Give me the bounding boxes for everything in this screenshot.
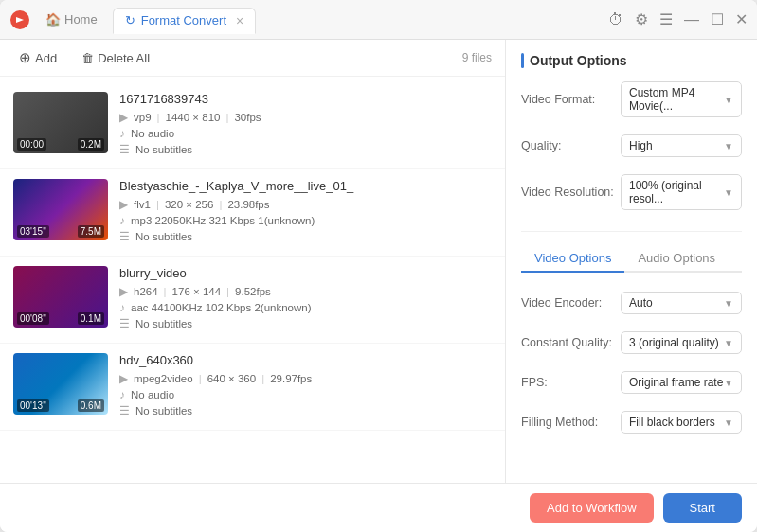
close-button[interactable]: ✕ [735, 10, 748, 28]
file-item[interactable]: 03'15" 7.5M Blestyaschie_-_Kaplya_V_more… [0, 169, 505, 257]
file-codec-meta: ▶ vp9 | 1440 × 810 | 30fps [119, 111, 492, 124]
thumb-size: 0.2M [78, 138, 104, 151]
start-button[interactable]: Start [663, 493, 742, 523]
settings-icon[interactable]: ⚙ [635, 10, 648, 28]
tab-video-options[interactable]: Video Options [521, 245, 624, 273]
main-content: ⊕ Add 🗑 Delete All 9 files 00:00 0.2M 16… [0, 40, 757, 483]
titlebar-left: 🏠 Home ↻ Format Convert × [9, 7, 608, 33]
thumb-time: 03'15" [17, 225, 49, 238]
minimize-button[interactable]: — [684, 11, 699, 28]
fps-value: 30fps [234, 112, 261, 123]
file-codec-meta: ▶ mpeg2video | 640 × 360 | 29.97fps [119, 372, 492, 385]
filling-method-select[interactable]: Fill black borders ▼ [621, 411, 742, 434]
fps-value: 23.98fps [227, 199, 269, 210]
add-button[interactable]: ⊕ Add [13, 47, 63, 68]
file-item[interactable]: 00'13" 0.6M hdv_640x360 ▶ mpeg2video | 6… [0, 344, 505, 431]
resolution-row: Video Resolution: 100% (original resol..… [521, 174, 742, 210]
file-item[interactable]: 00:00 0.2M 1671716839743 ▶ vp9 | 1440 × … [0, 82, 505, 169]
video-codec-icon: ▶ [119, 372, 128, 385]
quality-select[interactable]: High ▼ [621, 134, 742, 157]
right-panel: Output Options Video Format: Custom MP4 … [506, 40, 757, 483]
video-format-select[interactable]: Custom MP4 Movie(... ▼ [621, 81, 742, 117]
constant-quality-row: Constant Quality: 3 (original quality) ▼ [521, 331, 742, 354]
file-name: blurry_video [119, 266, 492, 280]
home-icon: 🏠 [45, 12, 61, 27]
thumb-time: 00'13" [17, 399, 49, 412]
dimensions-value: 640 × 360 [207, 373, 256, 384]
file-item[interactable]: 00'08" 0.1M blurry_video ▶ h264 | 176 × … [0, 257, 505, 344]
constant-quality-value: 3 (original quality) [629, 336, 719, 349]
fps-row: FPS: Original frame rate ▼ [521, 371, 742, 394]
resolution-label: Video Resolution: [521, 186, 621, 199]
fps-label: FPS: [521, 376, 621, 389]
resolution-select[interactable]: 100% (original resol... ▼ [621, 174, 742, 210]
codec-value: mpeg2video [134, 373, 193, 384]
fps-value: 9.52fps [235, 286, 271, 297]
filling-method-value: Fill black borders [629, 416, 715, 429]
fps-value: 29.97fps [270, 373, 312, 384]
output-options-title: Output Options [521, 53, 742, 68]
file-subtitle-meta: ☰ No subtitles [119, 230, 492, 243]
thumb-time: 00:00 [17, 138, 46, 151]
file-subtitle-meta: ☰ No subtitles [119, 404, 492, 417]
file-subtitle-meta: ☰ No subtitles [119, 143, 492, 156]
delete-all-button[interactable]: 🗑 Delete All [76, 49, 155, 67]
maximize-button[interactable]: ☐ [711, 10, 724, 28]
video-format-row: Video Format: Custom MP4 Movie(... ▼ [521, 81, 742, 117]
thumb-size: 0.1M [78, 312, 104, 325]
subtitle-value: No subtitles [135, 144, 192, 155]
file-subtitle-meta: ☰ No subtitles [119, 317, 492, 330]
tab-audio-options[interactable]: Audio Options [624, 245, 729, 273]
history-icon[interactable]: ⏱ [608, 11, 623, 28]
video-format-arrow-icon: ▼ [724, 95, 733, 105]
file-info: hdv_640x360 ▶ mpeg2video | 640 × 360 | 2… [119, 353, 492, 420]
codec-value: vp9 [134, 112, 152, 123]
delete-label: Delete All [98, 51, 150, 65]
dimensions-value: 1440 × 810 [166, 112, 221, 123]
main-window: 🏠 Home ↻ Format Convert × ⏱ ⚙ ☰ — ☐ ✕ ⊕ [0, 0, 757, 532]
app-logo-icon [9, 9, 30, 30]
subtitle-icon: ☰ [119, 317, 130, 330]
filling-method-arrow-icon: ▼ [724, 417, 733, 428]
constant-quality-select[interactable]: 3 (original quality) ▼ [621, 331, 742, 354]
codec-value: flv1 [134, 199, 151, 210]
file-info: Blestyaschie_-_Kaplya_V_more__live_01_ ▶… [119, 179, 492, 246]
audio-value: No audio [131, 389, 174, 400]
subtitle-icon: ☰ [119, 404, 130, 417]
fps-value: Original frame rate [629, 376, 723, 389]
fps-select[interactable]: Original frame rate ▼ [621, 371, 742, 394]
output-options-label: Output Options [530, 53, 627, 68]
file-codec-meta: ▶ h264 | 176 × 144 | 9.52fps [119, 285, 492, 298]
file-name: Blestyaschie_-_Kaplya_V_more__live_01_ [119, 179, 492, 193]
resolution-value: 100% (original resol... [629, 179, 724, 205]
subtitle-icon: ☰ [119, 230, 130, 243]
bottom-bar: Add to Workflow Start [0, 483, 757, 532]
video-codec-icon: ▶ [119, 198, 128, 211]
file-count: 9 files [462, 51, 492, 64]
titlebar: 🏠 Home ↻ Format Convert × ⏱ ⚙ ☰ — ☐ ✕ [0, 0, 757, 40]
filling-method-row: Filling Method: Fill black borders ▼ [521, 411, 742, 434]
file-info: 1671716839743 ▶ vp9 | 1440 × 810 | 30fps… [119, 92, 492, 159]
encoder-arrow-icon: ▼ [724, 298, 733, 309]
thumb-size: 7.5M [78, 225, 104, 238]
audio-icon: ♪ [119, 214, 125, 227]
subtitle-value: No subtitles [135, 231, 192, 242]
encoder-row: Video Encoder: Auto ▼ [521, 292, 742, 314]
video-codec-icon: ▶ [119, 111, 128, 124]
tab-close-button[interactable]: × [236, 13, 243, 28]
file-info: blurry_video ▶ h264 | 176 × 144 | 9.52fp… [119, 266, 492, 333]
dimensions-value: 176 × 144 [172, 286, 221, 297]
add-to-workflow-button[interactable]: Add to Workflow [530, 493, 653, 523]
toolbar: ⊕ Add 🗑 Delete All 9 files [0, 40, 505, 77]
add-label: Add [35, 51, 57, 65]
format-convert-tab[interactable]: ↻ Format Convert × [113, 8, 257, 34]
menu-icon[interactable]: ☰ [659, 10, 673, 28]
tab-label: Format Convert [141, 13, 226, 27]
titlebar-right: ⏱ ⚙ ☰ — ☐ ✕ [608, 10, 748, 28]
file-audio-meta: ♪ aac 44100KHz 102 Kbps 2(unknown) [119, 301, 492, 314]
encoder-select[interactable]: Auto ▼ [621, 292, 742, 314]
subtitle-value: No subtitles [135, 405, 192, 417]
home-tab[interactable]: 🏠 Home [36, 9, 107, 30]
thumbnail: 00:00 0.2M [13, 92, 108, 153]
resolution-arrow-icon: ▼ [724, 187, 733, 198]
